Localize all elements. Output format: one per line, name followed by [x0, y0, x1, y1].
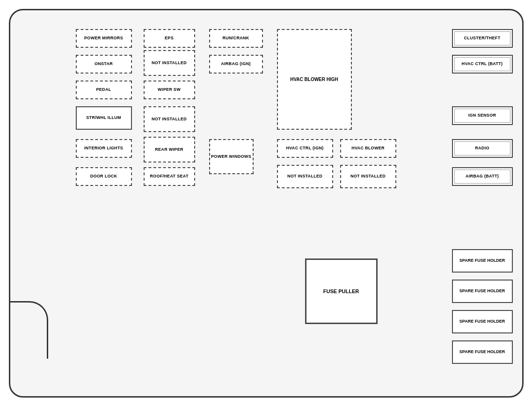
fuse-puller: FUSE PULLER [305, 258, 378, 324]
fuse-airbag-batt: AIRBAG (BATT) [452, 167, 513, 186]
fuse-interior-lights: INTERIOR LIGHTS [76, 139, 132, 158]
fuse-hvac-ctrl-ign: HVAC CTRL (IGN) [277, 139, 333, 158]
fuse-wiper-sw: WIPER SW [144, 81, 195, 99]
spare-fuse-2: SPARE FUSE HOLDER [452, 280, 513, 303]
fuse-onstar: ONSTAR [76, 55, 132, 74]
fuse-door-lock: DOOR LOCK [76, 167, 132, 186]
fuse-eps: EPS [144, 29, 195, 48]
spare-fuse-3: SPARE FUSE HOLDER [452, 310, 513, 333]
fuse-ign-sensor: IGN SENSOR [452, 106, 513, 125]
fuse-power-mirrors: POWER MIRRORS [76, 29, 132, 48]
fuse-str-whl-illum: STR/WHL ILLUM [76, 106, 132, 130]
fuse-not-installed-1: NOT INSTALLED [144, 50, 195, 76]
fuse-not-installed-3: NOT INSTALLED [277, 165, 333, 188]
fuse-diagram-container: POWER MIRRORS EPS RUN/CRANK ONSTAR NOT I… [9, 9, 524, 398]
fuse-not-installed-2: NOT INSTALLED [144, 106, 195, 132]
spare-fuse-4: SPARE FUSE HOLDER [452, 340, 513, 364]
fuse-radio: RADIO [452, 139, 513, 158]
fuse-airbag-ign: AIRBAG (IGN) [209, 55, 263, 74]
fuse-hvac-blower-high: HVAC BLOWER HIGH [277, 29, 352, 130]
fuse-hvac-ctrl-batt: HVAC CTRL (BATT) [452, 55, 513, 74]
fuse-roof-heat-seat: ROOF/HEAT SEAT [144, 167, 195, 186]
fuse-pedal: PEDAL [76, 81, 132, 99]
diagram-area: POWER MIRRORS EPS RUN/CRANK ONSTAR NOT I… [76, 24, 513, 387]
fuse-power-windows: POWER WINDOWS [209, 139, 254, 174]
fuse-cluster-theft: CLUSTER/THEFT [452, 29, 513, 48]
fuse-hvac-blower: HVAC BLOWER [340, 139, 396, 158]
fuse-run-crank: RUN/CRANK [209, 29, 263, 48]
spare-fuse-1: SPARE FUSE HOLDER [452, 249, 513, 273]
fuse-not-installed-4: NOT INSTALLED [340, 165, 396, 188]
fuse-rear-wiper: REAR WIPER [144, 137, 195, 162]
